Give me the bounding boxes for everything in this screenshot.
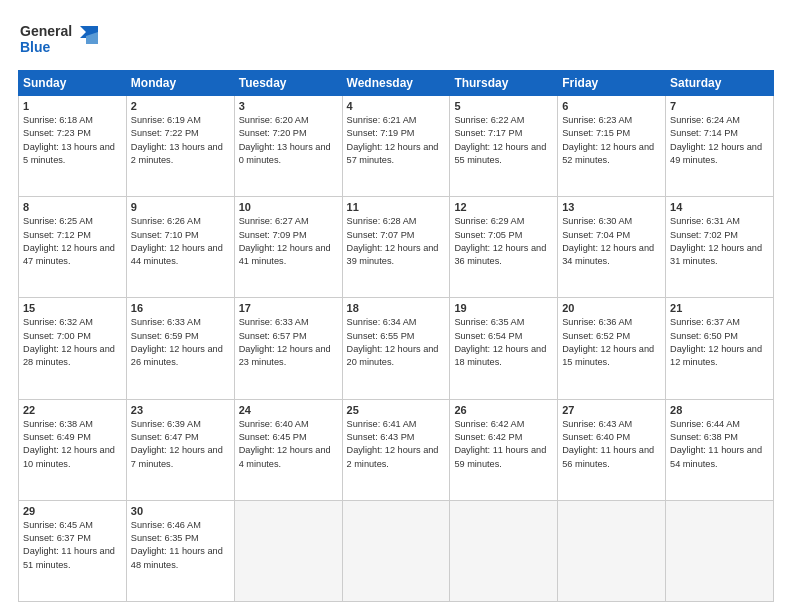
cell-info: Sunrise: 6:25 AMSunset: 7:12 PMDaylight:… [23,215,122,268]
calendar-cell: 11 Sunrise: 6:28 AMSunset: 7:07 PMDaylig… [342,197,450,298]
cell-info: Sunrise: 6:27 AMSunset: 7:09 PMDaylight:… [239,215,338,268]
logo-svg: General Blue [18,18,108,60]
day-number: 15 [23,302,122,314]
calendar-week-row: 22 Sunrise: 6:38 AMSunset: 6:49 PMDaylig… [19,399,774,500]
day-number: 10 [239,201,338,213]
calendar-cell: 23 Sunrise: 6:39 AMSunset: 6:47 PMDaylig… [126,399,234,500]
cell-info: Sunrise: 6:45 AMSunset: 6:37 PMDaylight:… [23,519,122,572]
calendar-cell: 28 Sunrise: 6:44 AMSunset: 6:38 PMDaylig… [666,399,774,500]
days-of-week-row: SundayMondayTuesdayWednesdayThursdayFrid… [19,71,774,96]
calendar-cell: 29 Sunrise: 6:45 AMSunset: 6:37 PMDaylig… [19,500,127,601]
calendar-cell: 17 Sunrise: 6:33 AMSunset: 6:57 PMDaylig… [234,298,342,399]
cell-info: Sunrise: 6:29 AMSunset: 7:05 PMDaylight:… [454,215,553,268]
cell-info: Sunrise: 6:28 AMSunset: 7:07 PMDaylight:… [347,215,446,268]
calendar-week-row: 8 Sunrise: 6:25 AMSunset: 7:12 PMDayligh… [19,197,774,298]
page: General Blue SundayMondayTuesdayWednesda… [0,0,792,612]
calendar-cell: 21 Sunrise: 6:37 AMSunset: 6:50 PMDaylig… [666,298,774,399]
cell-info: Sunrise: 6:34 AMSunset: 6:55 PMDaylight:… [347,316,446,369]
day-number: 24 [239,404,338,416]
day-number: 3 [239,100,338,112]
calendar-cell: 5 Sunrise: 6:22 AMSunset: 7:17 PMDayligh… [450,96,558,197]
calendar-cell: 26 Sunrise: 6:42 AMSunset: 6:42 PMDaylig… [450,399,558,500]
cell-info: Sunrise: 6:38 AMSunset: 6:49 PMDaylight:… [23,418,122,471]
cell-info: Sunrise: 6:30 AMSunset: 7:04 PMDaylight:… [562,215,661,268]
calendar-cell: 1 Sunrise: 6:18 AMSunset: 7:23 PMDayligh… [19,96,127,197]
cell-info: Sunrise: 6:35 AMSunset: 6:54 PMDaylight:… [454,316,553,369]
day-number: 14 [670,201,769,213]
day-number: 17 [239,302,338,314]
day-number: 28 [670,404,769,416]
cell-info: Sunrise: 6:22 AMSunset: 7:17 PMDaylight:… [454,114,553,167]
day-number: 5 [454,100,553,112]
calendar-cell: 8 Sunrise: 6:25 AMSunset: 7:12 PMDayligh… [19,197,127,298]
calendar-cell [342,500,450,601]
calendar-cell: 3 Sunrise: 6:20 AMSunset: 7:20 PMDayligh… [234,96,342,197]
day-number: 9 [131,201,230,213]
day-number: 22 [23,404,122,416]
day-number: 12 [454,201,553,213]
day-number: 19 [454,302,553,314]
calendar-cell: 7 Sunrise: 6:24 AMSunset: 7:14 PMDayligh… [666,96,774,197]
calendar-cell: 22 Sunrise: 6:38 AMSunset: 6:49 PMDaylig… [19,399,127,500]
calendar-cell: 18 Sunrise: 6:34 AMSunset: 6:55 PMDaylig… [342,298,450,399]
cell-info: Sunrise: 6:33 AMSunset: 6:59 PMDaylight:… [131,316,230,369]
day-number: 30 [131,505,230,517]
dow-header: Monday [126,71,234,96]
cell-info: Sunrise: 6:24 AMSunset: 7:14 PMDaylight:… [670,114,769,167]
day-number: 6 [562,100,661,112]
calendar-cell: 9 Sunrise: 6:26 AMSunset: 7:10 PMDayligh… [126,197,234,298]
cell-info: Sunrise: 6:41 AMSunset: 6:43 PMDaylight:… [347,418,446,471]
calendar-cell [234,500,342,601]
cell-info: Sunrise: 6:43 AMSunset: 6:40 PMDaylight:… [562,418,661,471]
cell-info: Sunrise: 6:23 AMSunset: 7:15 PMDaylight:… [562,114,661,167]
calendar-cell [666,500,774,601]
header: General Blue [18,18,774,60]
day-number: 7 [670,100,769,112]
calendar: SundayMondayTuesdayWednesdayThursdayFrid… [18,70,774,602]
calendar-cell: 14 Sunrise: 6:31 AMSunset: 7:02 PMDaylig… [666,197,774,298]
day-number: 16 [131,302,230,314]
calendar-cell: 6 Sunrise: 6:23 AMSunset: 7:15 PMDayligh… [558,96,666,197]
calendar-cell: 25 Sunrise: 6:41 AMSunset: 6:43 PMDaylig… [342,399,450,500]
day-number: 18 [347,302,446,314]
cell-info: Sunrise: 6:39 AMSunset: 6:47 PMDaylight:… [131,418,230,471]
calendar-cell: 2 Sunrise: 6:19 AMSunset: 7:22 PMDayligh… [126,96,234,197]
cell-info: Sunrise: 6:20 AMSunset: 7:20 PMDaylight:… [239,114,338,167]
cell-info: Sunrise: 6:33 AMSunset: 6:57 PMDaylight:… [239,316,338,369]
dow-header: Saturday [666,71,774,96]
dow-header: Thursday [450,71,558,96]
day-number: 29 [23,505,122,517]
day-number: 13 [562,201,661,213]
calendar-cell [558,500,666,601]
day-number: 2 [131,100,230,112]
calendar-cell [450,500,558,601]
calendar-cell: 10 Sunrise: 6:27 AMSunset: 7:09 PMDaylig… [234,197,342,298]
cell-info: Sunrise: 6:40 AMSunset: 6:45 PMDaylight:… [239,418,338,471]
cell-info: Sunrise: 6:31 AMSunset: 7:02 PMDaylight:… [670,215,769,268]
day-number: 4 [347,100,446,112]
cell-info: Sunrise: 6:32 AMSunset: 7:00 PMDaylight:… [23,316,122,369]
calendar-cell: 27 Sunrise: 6:43 AMSunset: 6:40 PMDaylig… [558,399,666,500]
calendar-week-row: 15 Sunrise: 6:32 AMSunset: 7:00 PMDaylig… [19,298,774,399]
day-number: 25 [347,404,446,416]
cell-info: Sunrise: 6:21 AMSunset: 7:19 PMDaylight:… [347,114,446,167]
cell-info: Sunrise: 6:44 AMSunset: 6:38 PMDaylight:… [670,418,769,471]
calendar-cell: 13 Sunrise: 6:30 AMSunset: 7:04 PMDaylig… [558,197,666,298]
calendar-week-row: 29 Sunrise: 6:45 AMSunset: 6:37 PMDaylig… [19,500,774,601]
calendar-cell: 16 Sunrise: 6:33 AMSunset: 6:59 PMDaylig… [126,298,234,399]
cell-info: Sunrise: 6:36 AMSunset: 6:52 PMDaylight:… [562,316,661,369]
dow-header: Sunday [19,71,127,96]
day-number: 27 [562,404,661,416]
calendar-cell: 24 Sunrise: 6:40 AMSunset: 6:45 PMDaylig… [234,399,342,500]
calendar-cell: 30 Sunrise: 6:46 AMSunset: 6:35 PMDaylig… [126,500,234,601]
dow-header: Tuesday [234,71,342,96]
cell-info: Sunrise: 6:26 AMSunset: 7:10 PMDaylight:… [131,215,230,268]
dow-header: Wednesday [342,71,450,96]
calendar-cell: 4 Sunrise: 6:21 AMSunset: 7:19 PMDayligh… [342,96,450,197]
calendar-cell: 15 Sunrise: 6:32 AMSunset: 7:00 PMDaylig… [19,298,127,399]
cell-info: Sunrise: 6:19 AMSunset: 7:22 PMDaylight:… [131,114,230,167]
day-number: 11 [347,201,446,213]
calendar-cell: 12 Sunrise: 6:29 AMSunset: 7:05 PMDaylig… [450,197,558,298]
cell-info: Sunrise: 6:18 AMSunset: 7:23 PMDaylight:… [23,114,122,167]
svg-text:Blue: Blue [20,39,51,55]
